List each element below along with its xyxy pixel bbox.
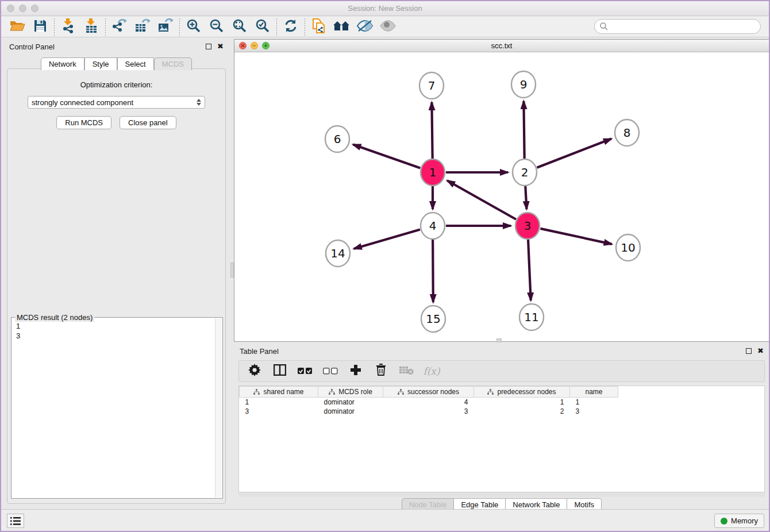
graph-node-7[interactable]: 7 [419,72,444,99]
table-panel: Table Panel ✖ f(x) shared nameMCDS roles… [234,344,769,511]
network-window-title: scc.txt [234,41,769,50]
optimization-criterion-label: Optimization criterion: [7,80,225,89]
column-type-icon [329,389,335,395]
export-image-button[interactable] [154,18,177,36]
graph-node-3[interactable]: 3 [515,213,540,239]
hide-selected-button[interactable] [353,18,376,36]
edge-3-1[interactable] [447,180,516,219]
close-table-panel-icon[interactable]: ✖ [757,348,764,354]
column-label: name [585,388,602,396]
edge-3-11[interactable] [528,239,531,300]
edge-4-15[interactable] [433,239,433,302]
graph-node-4[interactable]: 4 [421,213,445,239]
edge-3-10[interactable] [540,229,611,244]
import-network-button[interactable] [57,18,80,36]
edge-2-8[interactable] [537,138,611,167]
memory-button[interactable]: Memory [714,514,764,528]
edge-1-7[interactable] [432,102,432,159]
column-header-MCDS-role[interactable]: MCDS role [318,387,383,398]
svg-text:6: 6 [334,132,341,146]
tab-style[interactable]: Style [84,57,117,70]
table-cell[interactable]: dominator [318,407,383,416]
graph-node-6[interactable]: 6 [325,126,349,152]
graph-node-10[interactable]: 10 [616,234,640,261]
delete-column-button[interactable] [372,363,390,380]
tab-select[interactable]: Select [117,57,154,70]
mcds-result-text[interactable]: 1 3 [13,321,214,497]
table-row[interactable]: 3dominator323 [240,407,618,416]
deselect-all-checks-button[interactable] [322,363,339,380]
edge-4-14[interactable] [354,229,420,248]
export-network-button[interactable] [108,18,131,36]
column-header-predecessor-nodes[interactable]: predecessor nodes [474,387,570,398]
refresh-network-icon [283,18,298,35]
graph-node-8[interactable]: 8 [615,119,639,146]
home-view-button[interactable] [330,18,353,36]
network-window-titlebar[interactable]: ✕ − + scc.txt [234,40,769,52]
close-panel-button[interactable]: Close panel [120,116,176,129]
refresh-network-button[interactable] [279,18,302,36]
run-mcds-button[interactable]: Run MCDS [56,116,111,129]
column-header-name[interactable]: name [570,387,618,398]
home-view-icon [333,20,351,34]
table-cell[interactable]: 1 [240,398,318,407]
control-panel-title: Control Panel [9,43,206,51]
zoom-in-button[interactable] [182,18,205,36]
add-column-icon [350,364,361,379]
graph-node-11[interactable]: 11 [519,304,544,330]
close-panel-icon[interactable]: ✖ [217,44,224,49]
edge-2-3[interactable] [525,186,526,209]
graph-node-14[interactable]: 14 [326,240,350,267]
column-header-successor-nodes[interactable]: successor nodes [383,387,474,398]
add-column-button[interactable] [347,363,364,380]
split-columns-button[interactable] [271,363,288,380]
save-session-button[interactable] [29,18,52,36]
table-cell[interactable]: 4 [383,398,474,407]
table-row[interactable]: 1dominator411 [240,398,618,407]
edge-2-9[interactable] [523,101,524,159]
zoom-selected-icon [255,18,270,35]
graph-node-2[interactable]: 2 [513,159,537,186]
select-all-checks-button[interactable] [297,363,314,380]
horizontal-splitter-handle[interactable] [496,338,502,342]
save-session-icon [33,19,47,34]
table-scrollband[interactable] [238,492,765,497]
zoom-out-button[interactable] [205,18,228,36]
tab-mcds[interactable]: MCDS [154,57,192,70]
table-cell[interactable]: 3 [570,407,618,416]
zoom-in-icon [186,18,201,35]
duplicate-network-button[interactable] [307,18,330,36]
graph-node-9[interactable]: 9 [511,71,536,98]
graph-node-1[interactable]: 1 [421,159,445,186]
task-history-button[interactable] [7,514,24,528]
zoom-selected-button[interactable] [251,18,274,36]
show-all-button[interactable] [376,18,399,36]
column-header-shared-name[interactable]: shared name [240,387,318,398]
search-input[interactable] [594,19,761,34]
graph-node-15[interactable]: 15 [421,306,445,332]
vertical-splitter-handle[interactable] [230,263,234,277]
network-canvas[interactable]: 1234678910111415 [234,52,769,341]
float-table-panel-icon[interactable] [746,348,752,354]
edge-1-6[interactable] [353,145,420,168]
zoom-fit-button[interactable] [228,18,251,36]
table-cell[interactable]: 2 [474,407,570,416]
table-cell[interactable]: 1 [474,398,570,407]
list-icon [10,517,21,525]
export-table-button[interactable] [131,18,154,36]
svg-text:1: 1 [429,165,437,179]
open-session-button[interactable] [6,18,29,36]
network-graph[interactable]: 1234678910111415 [234,52,769,341]
table-cell[interactable]: dominator [318,398,383,407]
optimization-criterion-dropdown[interactable]: strongly connected component [28,96,205,109]
table-cell[interactable]: 3 [383,407,474,416]
settings-gear-button[interactable] [246,363,263,380]
export-table-icon [134,18,151,35]
import-table-button[interactable] [80,18,103,36]
float-panel-icon[interactable] [206,44,211,49]
table-cell[interactable]: 3 [240,407,318,416]
tab-network[interactable]: Network [41,57,84,70]
table-cell[interactable]: 1 [570,398,618,407]
svg-text:3: 3 [524,219,532,233]
result-scrollbar[interactable] [215,318,222,498]
